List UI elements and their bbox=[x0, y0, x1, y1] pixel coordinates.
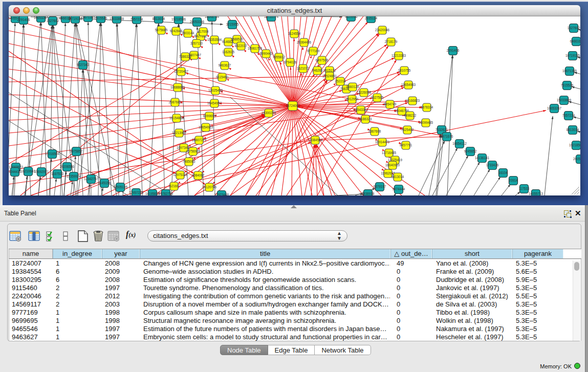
svg-text:6879197: 6879197 bbox=[374, 185, 386, 188]
svg-text:8471676: 8471676 bbox=[441, 135, 453, 138]
svg-text:1167533: 1167533 bbox=[51, 172, 64, 176]
svg-text:16648784: 16648784 bbox=[205, 16, 220, 18]
svg-text:7515526: 7515526 bbox=[95, 16, 107, 20]
svg-text:1733426: 1733426 bbox=[486, 163, 499, 167]
svg-text:15033809: 15033809 bbox=[557, 98, 572, 102]
svg-text:746266: 746266 bbox=[312, 69, 323, 72]
svg-text:10671355: 10671355 bbox=[562, 69, 577, 73]
svg-text:13524851: 13524851 bbox=[322, 74, 337, 78]
svg-text:20053346: 20053346 bbox=[190, 20, 205, 24]
svg-text:2803144: 2803144 bbox=[182, 31, 194, 35]
svg-text:9474444: 9474444 bbox=[393, 187, 405, 191]
svg-text:13716485: 13716485 bbox=[382, 151, 397, 155]
svg-text:8938918: 8938918 bbox=[362, 192, 375, 195]
svg-text:9329996: 9329996 bbox=[345, 16, 358, 18]
svg-text:15751074: 15751074 bbox=[264, 16, 279, 18]
svg-text:19384554: 19384554 bbox=[308, 138, 323, 142]
svg-text:10756928: 10756928 bbox=[186, 149, 201, 153]
svg-text:16210643: 16210643 bbox=[21, 169, 36, 173]
svg-text:12342757: 12342757 bbox=[84, 177, 99, 181]
svg-text:15720407: 15720407 bbox=[174, 70, 189, 73]
svg-text:16099485: 16099485 bbox=[419, 121, 433, 124]
svg-text:19654923: 19654923 bbox=[199, 125, 213, 129]
svg-text:9777169: 9777169 bbox=[307, 49, 320, 53]
svg-text:8660124: 8660124 bbox=[346, 85, 359, 89]
svg-text:19166823: 19166823 bbox=[405, 99, 420, 102]
svg-text:16640910: 16640910 bbox=[385, 163, 400, 167]
svg-text:15300275: 15300275 bbox=[262, 111, 276, 115]
svg-text:1527602: 1527602 bbox=[47, 19, 59, 23]
svg-text:7357224: 7357224 bbox=[562, 114, 575, 117]
svg-text:3215955: 3215955 bbox=[226, 23, 239, 26]
svg-text:3124554: 3124554 bbox=[288, 32, 301, 35]
svg-text:12923448: 12923448 bbox=[214, 193, 229, 195]
svg-text:13226058: 13226058 bbox=[357, 91, 372, 94]
svg-text:9327505: 9327505 bbox=[371, 96, 384, 99]
svg-text:2291406: 2291406 bbox=[447, 49, 460, 52]
svg-text:9245652: 9245652 bbox=[464, 149, 477, 153]
svg-text:7485063: 7485063 bbox=[183, 160, 195, 163]
svg-text:18807279: 18807279 bbox=[192, 138, 207, 142]
svg-text:6794028: 6794028 bbox=[284, 60, 297, 64]
svg-text:8813014: 8813014 bbox=[153, 17, 165, 20]
svg-text:417004: 417004 bbox=[198, 30, 209, 33]
svg-text:4498222: 4498222 bbox=[404, 114, 417, 117]
svg-text:7632621: 7632621 bbox=[435, 128, 448, 132]
svg-text:8813014: 8813014 bbox=[567, 128, 579, 132]
svg-text:10719155: 10719155 bbox=[565, 54, 580, 57]
svg-text:19218506: 19218506 bbox=[569, 143, 580, 147]
svg-text:252214: 252214 bbox=[335, 79, 346, 83]
svg-text:5878334: 5878334 bbox=[421, 105, 433, 109]
svg-text:16961758: 16961758 bbox=[248, 47, 263, 50]
svg-text:2935114: 2935114 bbox=[365, 16, 378, 20]
svg-text:16154808: 16154808 bbox=[169, 116, 184, 120]
svg-text:1527602: 1527602 bbox=[568, 26, 580, 30]
svg-text:9084067: 9084067 bbox=[192, 173, 205, 177]
svg-text:10688609: 10688609 bbox=[170, 85, 185, 89]
svg-text:1615132: 1615132 bbox=[323, 69, 336, 72]
svg-text:16454957: 16454957 bbox=[207, 101, 222, 105]
svg-text:7625402: 7625402 bbox=[401, 128, 414, 132]
svg-text:1588520: 1588520 bbox=[231, 37, 244, 41]
svg-text:15033809: 15033809 bbox=[110, 17, 124, 20]
svg-text:8813014: 8813014 bbox=[391, 175, 404, 179]
svg-text:15353594: 15353594 bbox=[207, 38, 222, 41]
svg-text:12213967: 12213967 bbox=[172, 131, 187, 135]
svg-text:10653267: 10653267 bbox=[547, 106, 562, 110]
svg-text:1145155: 1145155 bbox=[98, 181, 111, 185]
svg-text:20206556: 20206556 bbox=[60, 165, 75, 168]
svg-text:12505135: 12505135 bbox=[113, 185, 128, 189]
svg-text:18724007: 18724007 bbox=[286, 104, 300, 107]
svg-text:1244415: 1244415 bbox=[9, 170, 21, 173]
svg-text:2367608: 2367608 bbox=[368, 129, 381, 133]
svg-text:20914: 20914 bbox=[509, 179, 518, 182]
svg-text:9115460: 9115460 bbox=[216, 75, 229, 79]
svg-text:11962615: 11962615 bbox=[381, 171, 395, 175]
svg-text:10854112: 10854112 bbox=[452, 142, 467, 145]
svg-text:14195815: 14195815 bbox=[145, 192, 160, 195]
svg-text:9227343: 9227343 bbox=[77, 63, 90, 67]
svg-text:62160: 62160 bbox=[169, 184, 179, 188]
svg-text:6099695: 6099695 bbox=[203, 114, 216, 118]
svg-text:10671355: 10671355 bbox=[81, 16, 96, 19]
svg-text:2087682: 2087682 bbox=[169, 100, 182, 104]
svg-text:16543362: 16543362 bbox=[354, 108, 368, 112]
svg-text:2291406: 2291406 bbox=[17, 18, 30, 21]
svg-text:17957225: 17957225 bbox=[129, 191, 144, 194]
svg-text:7386322: 7386322 bbox=[179, 55, 192, 58]
svg-text:8322037: 8322037 bbox=[235, 44, 248, 48]
svg-text:8990443: 8990443 bbox=[260, 52, 273, 55]
svg-text:3267110: 3267110 bbox=[190, 41, 203, 45]
svg-text:1162615: 1162615 bbox=[222, 50, 235, 54]
svg-text:20364436: 20364436 bbox=[297, 40, 312, 44]
svg-text:1621072: 1621072 bbox=[297, 67, 310, 70]
svg-text:17359924: 17359924 bbox=[67, 174, 81, 178]
svg-text:1810755: 1810755 bbox=[398, 69, 411, 72]
svg-text:9457791: 9457791 bbox=[400, 143, 412, 147]
svg-text:5875685: 5875685 bbox=[155, 28, 168, 32]
svg-text:16782759: 16782759 bbox=[159, 192, 173, 195]
svg-text:14120746: 14120746 bbox=[202, 185, 217, 189]
svg-text:14136141: 14136141 bbox=[475, 156, 490, 160]
svg-text:3912954: 3912954 bbox=[346, 97, 359, 101]
svg-text:7515526: 7515526 bbox=[561, 83, 574, 87]
